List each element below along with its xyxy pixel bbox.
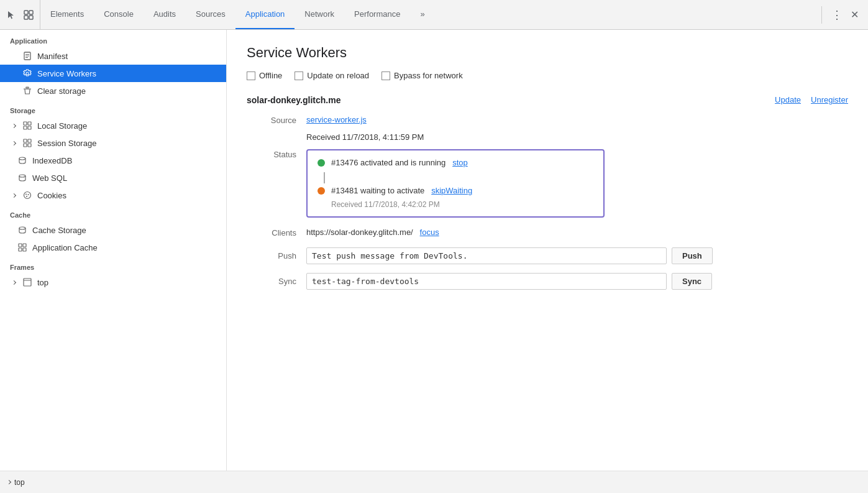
bypass-network-checkbox[interactable] (381, 71, 390, 80)
toolbar-right: ⋮ ✕ (823, 9, 868, 21)
expand-frames[interactable] (10, 281, 17, 284)
local-storage-label: Local Storage (37, 121, 219, 131)
indexeddb-icon (17, 155, 27, 165)
expand-session-storage[interactable] (10, 142, 17, 145)
main-layout: Application Manifest Service Workers Cle… (0, 30, 868, 471)
source-file-link[interactable]: service-worker.js (306, 115, 367, 124)
local-storage-icon (22, 121, 32, 131)
push-label: Push (247, 251, 296, 260)
cookies-label: Cookies (37, 191, 219, 200)
push-button[interactable]: Push (672, 247, 713, 264)
tab-more[interactable]: » (410, 0, 434, 29)
svg-rect-9 (26, 87, 29, 88)
sidebar-section-application: Application (0, 30, 226, 47)
sidebar-item-indexeddb[interactable]: IndexedDB (0, 152, 226, 169)
svg-rect-1 (29, 11, 33, 14)
menu-icon[interactable]: ⋮ (831, 9, 843, 21)
sync-input[interactable] (306, 273, 667, 290)
tab-sources[interactable]: Sources (186, 0, 235, 29)
sidebar-item-web-sql[interactable]: Web SQL (0, 169, 226, 187)
bottom-arrow-icon (7, 480, 11, 484)
bottom-top-item[interactable]: top (7, 478, 25, 487)
sidebar-section-storage: Storage (0, 99, 226, 117)
sidebar-item-app-cache[interactable]: Application Cache (0, 239, 226, 256)
sidebar-item-manifest[interactable]: Manifest (0, 47, 226, 65)
skip-waiting-link[interactable]: skipWaiting (431, 186, 472, 195)
toolbar-tabs: Elements Console Audits Sources Applicat… (40, 0, 820, 29)
expand-local-storage[interactable] (10, 124, 17, 127)
svg-point-22 (28, 194, 29, 195)
trash-icon (22, 86, 32, 96)
sidebar: Application Manifest Service Workers Cle… (0, 30, 227, 471)
cursor-icon[interactable] (5, 9, 17, 21)
svg-rect-15 (28, 139, 31, 142)
svg-rect-17 (28, 144, 31, 147)
page-title: Service Workers (247, 45, 848, 61)
svg-rect-28 (23, 248, 26, 251)
expand-cookies[interactable] (10, 194, 17, 197)
sync-label: Sync (247, 277, 296, 286)
sidebar-item-cookies[interactable]: Cookies (0, 187, 226, 204)
bypass-network-checkbox-item[interactable]: Bypass for network (381, 71, 463, 80)
sync-row: Sync Sync (247, 273, 848, 290)
svg-rect-27 (19, 248, 22, 251)
svg-rect-29 (24, 279, 31, 286)
svg-rect-13 (28, 126, 31, 129)
bottom-top-label: top (14, 478, 25, 487)
sidebar-item-frames-top[interactable]: top (0, 274, 226, 291)
sidebar-item-session-storage[interactable]: Session Storage (0, 134, 226, 152)
source-label: Source (247, 115, 296, 125)
svg-point-18 (19, 157, 25, 160)
status-label: Status (247, 149, 296, 159)
cookies-icon (22, 190, 32, 200)
top-label: top (37, 278, 219, 287)
clients-value: https://solar-donkey.glitch.me/ focus (306, 228, 848, 237)
tab-elements[interactable]: Elements (40, 0, 94, 29)
frame-icon (22, 277, 32, 287)
svg-rect-2 (24, 16, 28, 19)
sw-domain: solar-donkey.glitch.me (247, 95, 848, 105)
status1-desc: activated and is running (360, 158, 445, 167)
tab-network[interactable]: Network (295, 0, 344, 29)
toolbar-separator (821, 6, 822, 24)
close-icon[interactable]: ✕ (848, 9, 861, 21)
status-line-2: #13481 waiting to activate skipWaiting (318, 186, 593, 195)
sidebar-item-local-storage[interactable]: Local Storage (0, 117, 226, 134)
tab-console[interactable]: Console (94, 0, 144, 29)
update-link[interactable]: Update (775, 95, 801, 104)
sidebar-item-clear-storage[interactable]: Clear storage (0, 82, 226, 99)
session-storage-icon (22, 138, 32, 148)
sw-actions: Update Unregister (775, 95, 848, 104)
cache-storage-label: Cache Storage (32, 226, 219, 235)
svg-rect-3 (29, 16, 33, 19)
status1-id: #13476 (331, 158, 358, 167)
update-on-reload-checkbox[interactable] (295, 71, 303, 80)
content-panel: Service Workers Offline Update on reload… (227, 30, 868, 471)
status-text-1: #13476 activated and is running stop (331, 158, 593, 167)
sync-button[interactable]: Sync (672, 273, 712, 290)
toolbar-icons (0, 0, 40, 29)
status-box: #13476 activated and is running stop #13… (306, 149, 605, 218)
source-row: Source service-worker.js (247, 115, 848, 125)
tab-application[interactable]: Application (235, 0, 295, 29)
sidebar-item-service-workers[interactable]: Service Workers (0, 65, 226, 82)
offline-checkbox[interactable] (247, 71, 255, 80)
update-on-reload-checkbox-item[interactable]: Update on reload (295, 71, 369, 80)
stop-link[interactable]: stop (452, 158, 468, 167)
unregister-link[interactable]: Unregister (811, 95, 848, 104)
inspect-icon[interactable] (22, 9, 35, 21)
svg-rect-0 (24, 11, 28, 14)
svg-rect-10 (24, 122, 27, 125)
sidebar-section-frames: Frames (0, 256, 226, 274)
svg-rect-12 (24, 126, 27, 129)
offline-checkbox-item[interactable]: Offline (247, 71, 282, 80)
tab-audits[interactable]: Audits (144, 0, 186, 29)
svg-point-23 (26, 196, 27, 197)
toolbar: Elements Console Audits Sources Applicat… (0, 0, 868, 30)
push-input[interactable] (306, 247, 667, 264)
focus-link[interactable]: focus (420, 228, 439, 237)
offline-label: Offline (259, 71, 282, 80)
source-value: service-worker.js (306, 115, 848, 124)
tab-performance[interactable]: Performance (344, 0, 410, 29)
sidebar-item-cache-storage[interactable]: Cache Storage (0, 221, 226, 239)
